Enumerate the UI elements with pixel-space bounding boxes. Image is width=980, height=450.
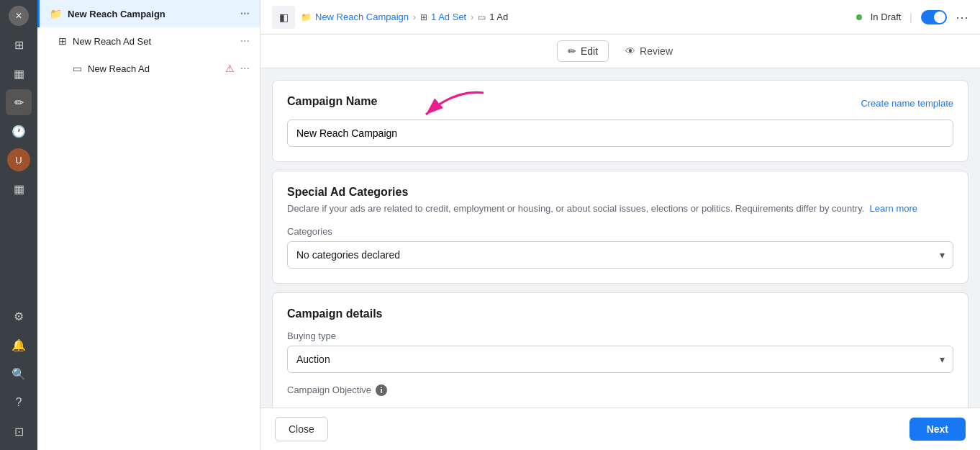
edit-button-label: Edit xyxy=(581,45,598,57)
next-button[interactable]: Next xyxy=(909,418,966,441)
close-sidebar-button[interactable]: ✕ xyxy=(9,6,29,26)
breadcrumb: 📁 New Reach Campaign › ⊞ 1 Ad Set › ▭ 1 … xyxy=(301,12,850,22)
campaign-tree-item-adset[interactable]: ⊞ New Reach Ad Set ··· xyxy=(37,27,260,55)
categories-label: Categories xyxy=(287,226,953,237)
edit-pencil-icon: ✏ xyxy=(568,45,576,57)
status-text: In Draft xyxy=(871,12,902,22)
bell-nav-icon[interactable]: 🔔 xyxy=(6,332,32,358)
create-name-template-link[interactable]: Create name template xyxy=(861,98,953,109)
review-eye-icon: 👁 xyxy=(625,45,635,57)
special-ad-title: Special Ad Categories xyxy=(287,186,953,199)
home-nav-icon[interactable]: ⊞ xyxy=(6,32,32,58)
campaign-panel: 📁 New Reach Campaign ··· ⊞ New Reach Ad … xyxy=(37,0,260,450)
campaign-details-title: Campaign details xyxy=(287,307,953,320)
campaign-name-card: Campaign Name Create name template xyxy=(272,80,968,162)
ad-tree-label: New Reach Ad xyxy=(88,63,219,74)
breadcrumb-ad: ▭ 1 Ad xyxy=(478,12,508,22)
ad-icon: ▭ xyxy=(73,63,82,74)
breadcrumb-adset-icon: ⊞ xyxy=(420,12,427,22)
campaign-name-input[interactable] xyxy=(287,120,953,147)
campaign-more-button[interactable]: ··· xyxy=(240,7,250,20)
special-ad-description: Declare if your ads are related to credi… xyxy=(287,202,953,216)
review-button[interactable]: 👁 Review xyxy=(614,40,684,62)
help-nav-icon[interactable]: ? xyxy=(6,390,32,415)
campaign-details-card: Campaign details Buying type Auction Rea… xyxy=(272,292,968,408)
campaign-name-title: Campaign Name xyxy=(287,95,377,108)
breadcrumb-ad-label: 1 Ad xyxy=(489,12,508,22)
buying-type-select[interactable]: Auction Reach and Frequency xyxy=(287,346,953,373)
panel-toggle-button[interactable]: ◧ xyxy=(272,6,295,29)
history-nav-icon[interactable]: 🕐 xyxy=(6,118,32,144)
breadcrumb-campaign-icon: 📁 xyxy=(301,12,312,22)
panel-toggle-icon: ◧ xyxy=(279,12,289,23)
breadcrumb-adset[interactable]: ⊞ 1 Ad Set xyxy=(420,12,466,22)
categories-select-wrapper: No categories declared xyxy=(287,241,953,269)
draft-toggle[interactable] xyxy=(921,10,947,24)
main-area: ◧ 📁 New Reach Campaign › ⊞ 1 Ad Set › ▭ … xyxy=(260,0,980,450)
action-bar: ✏ Edit 👁 Review xyxy=(260,35,980,68)
search-nav-icon[interactable]: 🔍 xyxy=(6,361,32,387)
report-nav-icon[interactable]: ⊡ xyxy=(6,418,32,444)
breadcrumb-ad-icon: ▭ xyxy=(478,12,486,22)
avatar: U xyxy=(7,148,30,171)
settings-nav-icon[interactable]: ⚙ xyxy=(6,303,32,329)
chart-nav-icon[interactable]: ▦ xyxy=(6,60,32,86)
buying-type-label: Buying type xyxy=(287,330,953,341)
categories-select[interactable]: No categories declared xyxy=(287,241,953,269)
top-header: ◧ 📁 New Reach Campaign › ⊞ 1 Ad Set › ▭ … xyxy=(260,0,980,35)
adset-tree-label: New Reach Ad Set xyxy=(73,36,235,47)
content-scroll[interactable]: Campaign Name Create name template Speci… xyxy=(260,68,980,408)
campaign-tree-item-ad[interactable]: ▭ New Reach Ad ⚠ ··· xyxy=(37,55,260,82)
special-ad-categories-card: Special Ad Categories Declare if your ad… xyxy=(272,171,968,284)
campaign-name-header-row: Campaign Name Create name template xyxy=(287,95,953,111)
objective-info-icon: i xyxy=(376,384,387,396)
header-right: In Draft | ⋯ xyxy=(856,9,968,25)
narrow-sidebar: ✕ ⊞ ▦ ✏ 🕐 U ▦ ⚙ 🔔 🔍 ? ⊡ xyxy=(0,0,37,450)
close-icon: ✕ xyxy=(15,11,22,21)
footer-bar: Close Next xyxy=(260,408,980,450)
header-more-button[interactable]: ⋯ xyxy=(956,9,968,25)
audience-nav-icon[interactable]: U xyxy=(6,147,32,173)
status-dot-icon xyxy=(856,14,862,20)
grid-nav-icon[interactable]: ▦ xyxy=(6,176,32,202)
review-button-label: Review xyxy=(640,45,673,57)
buying-type-select-wrapper: Auction Reach and Frequency xyxy=(287,346,953,373)
breadcrumb-adset-label: 1 Ad Set xyxy=(431,12,466,22)
campaign-folder-icon: 📁 xyxy=(50,8,62,19)
breadcrumb-campaign[interactable]: 📁 New Reach Campaign xyxy=(301,12,409,22)
edit-button[interactable]: ✏ Edit xyxy=(557,40,609,62)
campaign-tree-label: New Reach Campaign xyxy=(68,9,235,19)
adset-icon: ⊞ xyxy=(58,35,67,47)
breadcrumb-sep-2: › xyxy=(471,12,473,22)
breadcrumb-sep-1: › xyxy=(413,12,416,22)
ad-more-button[interactable]: ··· xyxy=(240,62,250,75)
ad-warning-icon: ⚠ xyxy=(225,63,235,74)
breadcrumb-campaign-label: New Reach Campaign xyxy=(315,12,409,22)
separator: | xyxy=(909,12,912,23)
learn-more-link[interactable]: Learn more xyxy=(870,203,917,214)
edit-nav-icon[interactable]: ✏ xyxy=(6,89,32,115)
campaign-objective-label: Campaign Objective i xyxy=(287,384,953,396)
adset-more-button[interactable]: ··· xyxy=(240,35,250,48)
campaign-tree-item-campaign[interactable]: 📁 New Reach Campaign ··· xyxy=(37,0,260,27)
close-button[interactable]: Close xyxy=(275,417,328,441)
